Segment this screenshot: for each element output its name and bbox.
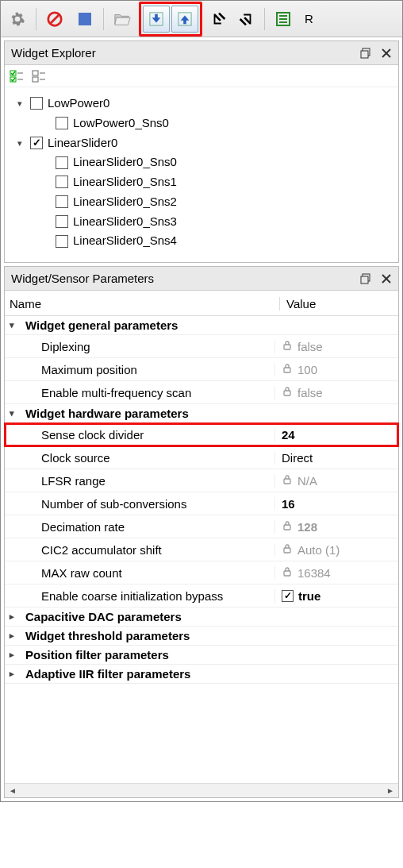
param-row[interactable]: Maximum position100 bbox=[5, 358, 398, 381]
param-checkbox[interactable] bbox=[282, 590, 294, 602]
tree-item[interactable]: LowPower0_Sns0 bbox=[10, 114, 393, 133]
param-value-text: 24 bbox=[282, 428, 295, 442]
tree-checkbox[interactable] bbox=[56, 156, 68, 169]
param-row[interactable]: CIC2 accumulator shiftAuto (1) bbox=[5, 538, 398, 561]
param-group-label: Capacitive DAC parameters bbox=[25, 610, 182, 623]
param-value-cell[interactable]: 24 bbox=[274, 428, 398, 442]
chevron-down-icon[interactable]: ▾ bbox=[10, 320, 21, 330]
chevron-down-icon[interactable]: ▾ bbox=[14, 137, 25, 149]
prohibit-icon[interactable] bbox=[41, 6, 68, 33]
param-name-cell: Sense clock divider bbox=[5, 428, 274, 442]
chevron-right-icon[interactable]: ▸ bbox=[10, 650, 21, 660]
param-group-header[interactable]: ▸Position filter parameters bbox=[5, 646, 398, 665]
toolbar-trailing-text: R bbox=[300, 12, 315, 25]
tree-checkbox[interactable] bbox=[56, 117, 68, 129]
close-icon[interactable] bbox=[378, 270, 395, 287]
param-value-text: N/A bbox=[297, 474, 317, 488]
export-icon[interactable] bbox=[232, 6, 259, 33]
chevron-down-icon[interactable]: ▾ bbox=[14, 98, 25, 109]
tree-item[interactable]: LinearSlider0_Sns3 bbox=[10, 212, 393, 232]
stop-icon[interactable] bbox=[71, 6, 98, 33]
tree-checkbox[interactable] bbox=[30, 137, 43, 149]
gear-icon[interactable] bbox=[4, 6, 31, 33]
param-row[interactable]: Number of sub-conversions16 bbox=[5, 492, 398, 515]
main-toolbar: R bbox=[1, 1, 402, 37]
params-columns-header: Name Value bbox=[5, 291, 398, 316]
panel-title: Widget Explorer bbox=[11, 46, 96, 60]
tree-item[interactable]: LinearSlider0_Sns2 bbox=[10, 192, 393, 212]
param-name-cell: LFSR range bbox=[5, 474, 274, 488]
param-group-header[interactable]: ▸Adaptive IIR filter parameters bbox=[5, 665, 398, 684]
toolbar-separator bbox=[264, 8, 265, 30]
tree-checkbox[interactable] bbox=[30, 97, 43, 110]
lock-icon bbox=[282, 340, 293, 353]
param-row[interactable]: MAX raw count16384 bbox=[5, 561, 398, 584]
tree-checkbox[interactable] bbox=[56, 195, 68, 208]
param-group-header[interactable]: ▾Widget hardware parameters bbox=[5, 404, 398, 423]
param-value-cell: Auto (1) bbox=[274, 543, 398, 557]
param-group-header[interactable]: ▸Capacitive DAC parameters bbox=[5, 608, 398, 627]
parameters-panel: Widget/Sensor Parameters Name Value ▾Wid… bbox=[4, 266, 399, 798]
restore-icon[interactable] bbox=[357, 44, 374, 62]
tree-item[interactable]: ▾LinearSlider0 bbox=[10, 133, 393, 153]
param-group-header[interactable]: ▸Widget threshold parameters bbox=[5, 627, 398, 646]
param-row[interactable]: Clock sourceDirect bbox=[5, 446, 398, 469]
param-row[interactable]: Decimation rate128 bbox=[5, 515, 398, 538]
lock-icon bbox=[282, 566, 293, 580]
tree-item[interactable]: LinearSlider0_Sns4 bbox=[10, 231, 393, 251]
param-row[interactable]: Enable multi-frequency scanfalse bbox=[5, 381, 398, 404]
param-value-text: false bbox=[297, 386, 323, 399]
lock-icon bbox=[282, 386, 293, 399]
tree-item[interactable]: LinearSlider0_Sns1 bbox=[10, 172, 393, 192]
chevron-right-icon[interactable]: ▸ bbox=[10, 611, 21, 622]
param-value-text: Direct bbox=[282, 451, 313, 465]
tree-checkbox[interactable] bbox=[56, 176, 68, 188]
arrow-up-icon[interactable] bbox=[171, 6, 198, 33]
scroll-right-icon[interactable]: ► bbox=[384, 785, 397, 797]
svg-rect-29 bbox=[284, 525, 290, 530]
param-value-cell[interactable]: 16 bbox=[274, 497, 398, 511]
tree-item[interactable]: ▾LowPower0 bbox=[10, 94, 393, 114]
widget-tree[interactable]: ▾LowPower0LowPower0_Sns0▾LinearSlider0Li… bbox=[5, 87, 398, 262]
param-group-header[interactable]: ▾Widget general parameters bbox=[5, 316, 398, 335]
import-icon[interactable] bbox=[205, 6, 232, 33]
lock-icon bbox=[282, 474, 293, 488]
panel-header: Widget Explorer bbox=[5, 41, 398, 65]
param-value-text: 16 bbox=[282, 497, 295, 511]
param-value-cell: 16384 bbox=[274, 566, 398, 580]
tree-checkbox[interactable] bbox=[56, 215, 68, 228]
param-row[interactable]: Sense clock divider24 bbox=[5, 423, 398, 446]
check-all-icon[interactable] bbox=[8, 68, 25, 85]
list-view-icon[interactable] bbox=[270, 6, 297, 33]
param-value-cell[interactable]: true bbox=[274, 589, 398, 603]
param-name-cell: Enable coarse initialization bypass bbox=[5, 589, 274, 603]
uncheck-all-icon[interactable] bbox=[30, 68, 48, 85]
restore-icon[interactable] bbox=[357, 270, 374, 287]
tree-item-label: LinearSlider0_Sns3 bbox=[73, 212, 177, 232]
arrow-down-icon[interactable] bbox=[143, 6, 170, 33]
svg-rect-22 bbox=[361, 276, 368, 284]
scroll-left-icon[interactable]: ◄ bbox=[6, 785, 19, 797]
param-group-label: Widget hardware parameters bbox=[25, 407, 189, 420]
svg-rect-28 bbox=[284, 479, 290, 484]
chevron-down-icon[interactable]: ▾ bbox=[10, 408, 21, 419]
tree-item[interactable]: LinearSlider0_Sns0 bbox=[10, 152, 393, 172]
chevron-right-icon[interactable]: ▸ bbox=[10, 631, 21, 641]
param-row[interactable]: Enable coarse initialization bypasstrue bbox=[5, 584, 398, 608]
param-row[interactable]: LFSR rangeN/A bbox=[5, 469, 398, 492]
horizontal-scrollbar[interactable]: ◄ ► bbox=[5, 783, 398, 797]
svg-rect-10 bbox=[361, 51, 368, 58]
param-value-cell: false bbox=[274, 386, 398, 399]
close-icon[interactable] bbox=[378, 44, 395, 62]
param-value-text: 100 bbox=[297, 363, 317, 376]
tree-item-label: LinearSlider0_Sns4 bbox=[73, 231, 177, 251]
folder-open-icon[interactable] bbox=[109, 6, 136, 33]
params-body: ▾Widget general parametersDiplexingfalse… bbox=[5, 316, 398, 783]
param-group-label: Widget general parameters bbox=[25, 318, 178, 332]
param-row[interactable]: Diplexingfalse bbox=[5, 335, 398, 358]
svg-rect-27 bbox=[284, 391, 290, 395]
tree-checkbox[interactable] bbox=[56, 235, 68, 248]
param-value-cell[interactable]: Direct bbox=[274, 451, 398, 465]
param-name-cell: Diplexing bbox=[5, 340, 274, 353]
chevron-right-icon[interactable]: ▸ bbox=[10, 669, 21, 679]
